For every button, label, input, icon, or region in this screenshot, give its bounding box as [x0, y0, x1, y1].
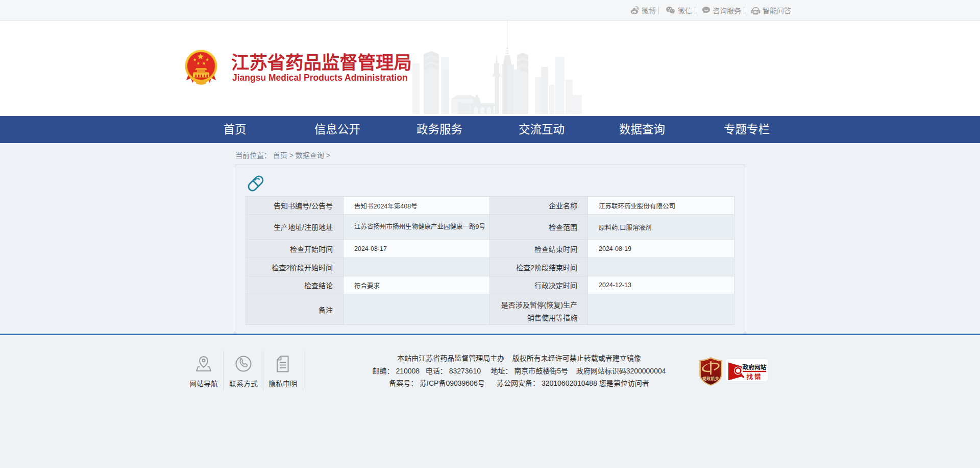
svg-text:找错: 找错 — [746, 373, 762, 381]
svg-text:政府网站: 政府网站 — [742, 364, 766, 371]
svg-text:党政机关: 党政机关 — [702, 376, 719, 381]
